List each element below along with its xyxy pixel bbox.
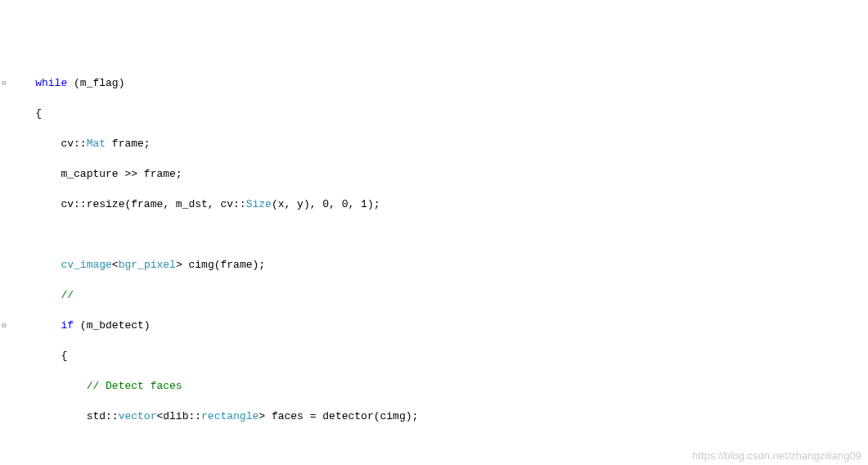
code-text: (x, y), 0, 0, 1); <box>272 198 380 210</box>
code-line[interactable]: cv_image<bgr_pixel> cimg(frame); <box>10 258 868 273</box>
type: Mat <box>87 138 106 150</box>
code-line[interactable] <box>10 228 868 243</box>
code-text: <dlib:: <box>156 410 201 422</box>
code-text: (m_bdetect) <box>74 319 151 332</box>
code-text: (m_flag) <box>67 77 124 89</box>
keyword: while <box>35 77 67 89</box>
code-text: cv::resize(frame, m_dst, cv:: <box>35 198 245 210</box>
code-line[interactable]: ⊟ while (m_flag) <box>10 76 868 92</box>
code-line[interactable]: // <box>10 288 868 304</box>
keyword: if <box>61 319 74 332</box>
code-line[interactable]: ⊟ if (m_bdetect) <box>10 318 868 334</box>
code-line[interactable]: m_capture >> frame; <box>10 167 868 183</box>
fold-mark-icon[interactable]: ⊟ <box>0 318 8 334</box>
code-line[interactable]: { <box>10 106 868 122</box>
comment: // Detect faces <box>87 380 182 392</box>
code-text <box>35 319 61 332</box>
code-line[interactable]: // Detect faces <box>10 379 868 395</box>
type: rectangle <box>201 410 259 422</box>
type: vector <box>119 410 157 422</box>
code-text: > faces = detector(cimg); <box>259 410 418 422</box>
watermark-text: https://blog.csdn.net/zhangziliang09 <box>692 449 861 464</box>
code-text: { <box>35 107 42 120</box>
code-text <box>35 289 61 301</box>
type: Size <box>246 198 272 210</box>
comment: // <box>61 289 74 301</box>
type: bgr_pixel <box>119 259 176 271</box>
code-line[interactable]: { <box>10 349 868 364</box>
fold-mark-icon[interactable]: ⊟ <box>0 76 8 92</box>
type: cv_image <box>61 259 111 271</box>
code-line[interactable]: cv::Mat frame; <box>10 137 868 152</box>
code-text: cv:: <box>35 138 86 150</box>
code-line[interactable]: cv::resize(frame, m_dst, cv::Size(x, y),… <box>10 197 868 213</box>
code-text: std:: <box>35 410 118 422</box>
code-editor[interactable]: ⊟ while (m_flag) { cv::Mat frame; m_capt… <box>0 61 868 465</box>
code-text: m_capture >> frame; <box>35 168 182 180</box>
code-text: > cimg(frame); <box>176 259 265 271</box>
code-text: < <box>112 259 119 271</box>
code-text: { <box>35 350 67 362</box>
code-line[interactable]: std::vector<dlib::rectangle> faces = det… <box>10 409 868 425</box>
code-text: frame; <box>106 138 151 150</box>
code-text <box>35 259 61 271</box>
code-text <box>35 380 86 392</box>
